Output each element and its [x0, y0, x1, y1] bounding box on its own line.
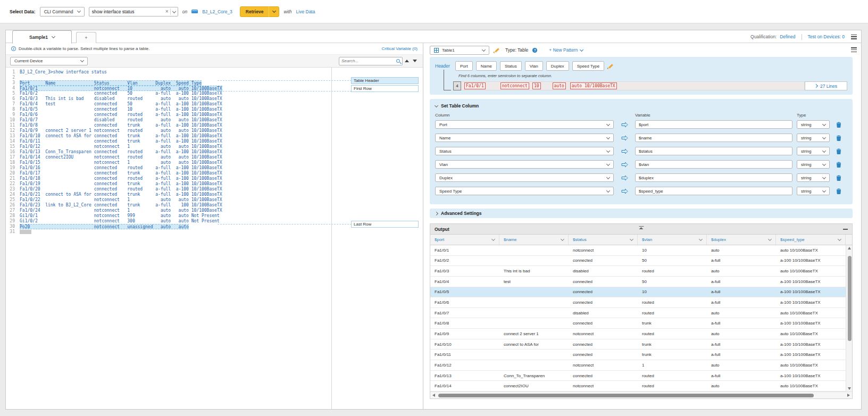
code-line[interactable]: 12 Fa1/0/9 connect 2 server 1 notconnect…: [6, 128, 331, 134]
scroll-left-icon[interactable]: [432, 394, 435, 397]
pattern-menu-icon[interactable]: [851, 47, 857, 52]
code-line[interactable]: 27 Fa1/0/24 notconnect 1 auto auto 10/10…: [6, 208, 331, 213]
retrieve-button[interactable]: Retrieve: [240, 6, 280, 17]
chevron-down-icon[interactable]: [172, 10, 176, 13]
output-column-header[interactable]: $duplex: [707, 235, 776, 245]
output-table-row[interactable]: Fa1/0/6 connected routed a-full a-100 10…: [430, 297, 846, 308]
chevron-down-icon[interactable]: [561, 237, 564, 241]
chevron-down-icon[interactable]: [491, 237, 495, 241]
command-input[interactable]: [89, 9, 164, 14]
type-select[interactable]: string: [797, 120, 830, 129]
code-line[interactable]: 2: [6, 75, 331, 80]
code-lines[interactable]: 1 BJ_L2_Core_3>show interface status 2 3…: [6, 68, 331, 409]
chevron-down-icon[interactable]: [768, 237, 772, 241]
code-line[interactable]: 28 Gi1/0/1 notconnect 999 auto auto Not …: [6, 213, 331, 219]
advanced-settings-toggle[interactable]: Advanced Settings: [430, 209, 853, 218]
collapse-output-icon[interactable]: [639, 226, 644, 229]
output-table-row[interactable]: Fa1/0/13 Conn_To_Transparen connected ro…: [430, 371, 846, 381]
tab-sample1[interactable]: Sample1: [12, 30, 72, 44]
search-input[interactable]: [341, 59, 396, 63]
code-line[interactable]: 13 Fa1/0/10 connect to ASA for connected…: [6, 134, 331, 139]
code-line[interactable]: 31: [6, 229, 331, 235]
column-select[interactable]: Speed Type: [435, 187, 614, 195]
code-line[interactable]: 10 Fa1/0/7 disabled routed auto auto 10/…: [6, 118, 331, 123]
code-line[interactable]: 6 Fa1/0/3 This int is bad disabled route…: [6, 96, 331, 102]
code-line[interactable]: 21 Fa1/0/18 connected routed a-full a-10…: [6, 176, 331, 181]
data-type-select[interactable]: CLI Command: [40, 7, 85, 16]
parsed-token[interactable]: notconnect: [500, 82, 529, 89]
delete-column-button[interactable]: [834, 122, 844, 128]
parsed-token[interactable]: Fa1/0/1: [464, 82, 486, 89]
clear-command-icon[interactable]: [164, 9, 170, 14]
chevron-down-icon[interactable]: [699, 237, 703, 241]
retrieve-dropdown[interactable]: [269, 11, 279, 12]
code-line[interactable]: 16 Fa1/0/13 Conn_To_Transparen connected…: [6, 149, 331, 155]
output-table-row[interactable]: Fa1/0/10 connect to ASA for connected tr…: [430, 339, 846, 350]
output-table-row[interactable]: Fa1/0/7 disabled routed auto auto 10/100…: [430, 308, 846, 319]
output-column-header[interactable]: $speed_type: [776, 235, 846, 245]
variable-input[interactable]: $speed_type: [635, 187, 792, 195]
header-column-chip[interactable]: Port: [455, 61, 473, 71]
header-column-chip[interactable]: Speed Type: [572, 61, 605, 71]
column-select[interactable]: Port: [435, 120, 614, 129]
code-line[interactable]: 7 Fa1/0/4 test connected 50 a-full a-100…: [6, 102, 331, 107]
device-link[interactable]: BJ_L2_Core_3: [202, 9, 232, 14]
qualification-link[interactable]: Defined: [780, 34, 795, 39]
first-row-marker[interactable]: First Row: [351, 85, 419, 92]
live-data-link[interactable]: Live Data: [296, 9, 315, 14]
header-column-chip[interactable]: Name: [476, 61, 497, 71]
table-header-marker[interactable]: Table Header: [351, 77, 419, 84]
critical-variable-link[interactable]: Critical Variable (0): [382, 46, 418, 51]
find-next-button[interactable]: [411, 57, 419, 65]
output-horizontal-scrollbar[interactable]: [430, 392, 852, 398]
output-column-header[interactable]: $name: [499, 235, 569, 245]
output-column-header[interactable]: $vlan: [638, 235, 707, 245]
find-previous-button[interactable]: [403, 57, 411, 65]
variable-input[interactable]: $status: [635, 147, 792, 155]
delete-column-button[interactable]: [834, 175, 844, 181]
parsed-token[interactable]: auto: [553, 82, 566, 89]
code-line[interactable]: 26 Fa1/0/23 link to BJ_L2_Core connected…: [6, 203, 331, 208]
delete-column-button[interactable]: [834, 135, 844, 141]
add-sample-tab[interactable]: +: [76, 32, 96, 43]
type-select[interactable]: string: [797, 134, 830, 142]
type-select[interactable]: string: [797, 147, 830, 155]
output-table-row[interactable]: Fa1/0/9 connect 2 server 1 notconnect ro…: [430, 329, 846, 339]
search-icon[interactable]: [396, 59, 400, 63]
delete-column-button[interactable]: [834, 148, 844, 154]
output-table-row[interactable]: Fa1/0/14 connect2IOU notconnect routed a…: [430, 381, 846, 392]
code-line[interactable]: 3 Port Name Status Vlan Duplex Speed Typ…: [6, 80, 331, 86]
code-line[interactable]: 23 Fa1/0/20 connected routed a-full a-10…: [6, 187, 331, 192]
output-table-row[interactable]: Fa1/0/4 test connected 50 a-full a-100 1…: [430, 277, 846, 287]
edit-header-icon[interactable]: [607, 63, 615, 69]
code-line[interactable]: 22 Fa1/0/19 connected trunk a-full a-100…: [6, 181, 331, 187]
output-table-row[interactable]: Fa1/0/3 This int is bad disabled routed …: [430, 266, 846, 277]
last-row-marker[interactable]: Last Row: [351, 221, 419, 228]
delete-column-button[interactable]: [834, 188, 844, 194]
output-table-row[interactable]: Fa1/0/2 connected 50 a-full a-100 10/100…: [430, 256, 846, 267]
type-select[interactable]: string: [797, 173, 830, 182]
scroll-right-icon[interactable]: [847, 394, 850, 397]
code-line[interactable]: 19 Fa1/0/16 connected routed a-full a-10…: [6, 165, 331, 171]
column-select[interactable]: Status: [435, 147, 614, 155]
variable-input[interactable]: $port: [635, 120, 792, 129]
output-table-row[interactable]: Fa1/0/1 notconnect 10 auto auto 10/100Ba…: [430, 245, 846, 256]
horizontal-scroll-thumb[interactable]: [438, 394, 814, 397]
code-line[interactable]: 5 Fa1/0/2 connected 50 a-full a-100 10/1…: [6, 91, 331, 96]
parsed-token[interactable]: 10: [532, 82, 541, 89]
code-line[interactable]: 24 Fa1/0/21 connect to ASA for connected…: [6, 192, 331, 197]
parsed-token[interactable]: auto 10/100BaseTX: [570, 82, 617, 89]
output-table-row[interactable]: Fa1/0/5 connected 10 a-full a-100 10/100…: [430, 287, 846, 298]
help-icon[interactable]: ?: [532, 48, 537, 53]
code-line[interactable]: 8 Fa1/0/5 connected 10 a-full a-100 10/1…: [6, 107, 331, 112]
chevron-down-icon[interactable]: [630, 237, 633, 241]
code-line[interactable]: 25 Fa1/0/22 notconnect 1 auto auto 10/10…: [6, 197, 331, 203]
menu-icon[interactable]: [851, 35, 857, 39]
code-line[interactable]: 9 Fa1/0/6 connected routed a-full a-100 …: [6, 112, 331, 118]
code-line[interactable]: 18 Fa1/0/15 notconnect 1 auto auto 10/10…: [6, 160, 331, 165]
type-select[interactable]: string: [797, 160, 830, 169]
output-column-header[interactable]: $status: [569, 235, 638, 245]
new-pattern-button[interactable]: + New Pattern: [549, 47, 583, 53]
output-table-row[interactable]: Fa1/0/8 connected trunk a-full a-100 10/…: [430, 318, 846, 329]
header-column-chip[interactable]: Duplex: [546, 61, 569, 71]
